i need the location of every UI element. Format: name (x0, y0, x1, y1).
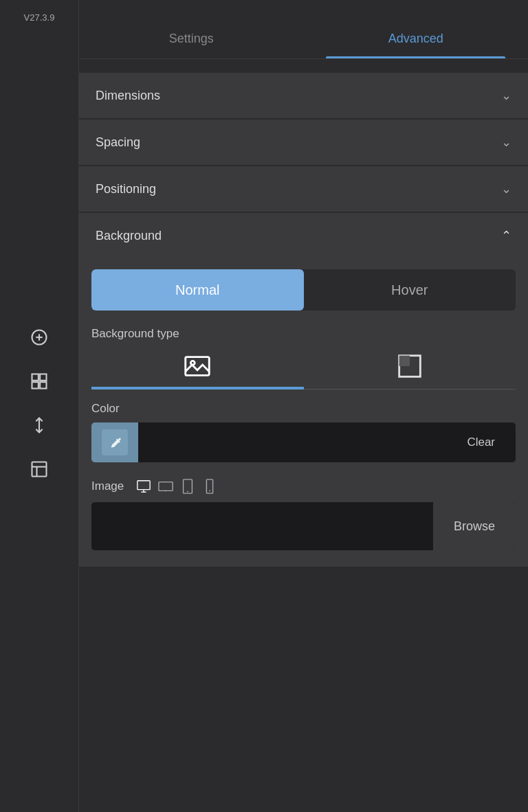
svg-rect-8 (32, 462, 47, 477)
desktop-icon[interactable] (136, 479, 151, 494)
browse-button[interactable]: Browse (433, 502, 516, 550)
layout-icon[interactable] (27, 369, 52, 394)
svg-rect-4 (40, 374, 46, 381)
device-icons (136, 479, 217, 494)
bg-type-label: Background type (91, 327, 516, 341)
background-chevron-icon: ⌃ (501, 228, 512, 243)
normal-hover-toggle: Normal Hover (91, 269, 516, 311)
spacing-section: Spacing ⌄ (79, 120, 528, 165)
frame-icon[interactable] (27, 457, 52, 482)
tab-bar: Settings Advanced (79, 0, 528, 59)
image-label: Image (91, 480, 124, 493)
background-label: Background (96, 229, 162, 243)
content-body: Dimensions ⌄ Spacing ⌄ Positioning ⌄ Bac… (79, 59, 528, 812)
color-label: Color (91, 402, 516, 416)
svg-rect-15 (138, 481, 150, 490)
bg-type-image-button[interactable] (91, 350, 304, 389)
browse-row: Browse (91, 502, 516, 550)
tab-advanced[interactable]: Advanced (304, 32, 529, 58)
svg-rect-18 (159, 482, 173, 491)
svg-rect-11 (186, 357, 210, 376)
add-icon[interactable] (27, 325, 52, 350)
bg-type-color-button[interactable] (304, 350, 516, 389)
image-row: Image (91, 479, 516, 494)
svg-point-21 (187, 490, 188, 492)
color-swatch-button[interactable] (91, 422, 138, 462)
svg-rect-6 (40, 382, 46, 388)
clear-color-button[interactable]: Clear (457, 430, 505, 455)
sidebar: V27.3.9 (0, 0, 79, 812)
tablet-portrait-icon[interactable] (180, 479, 195, 494)
hover-toggle-button[interactable]: Hover (304, 269, 516, 311)
spacing-label: Spacing (96, 135, 140, 150)
sort-icon[interactable] (27, 413, 52, 438)
tablet-landscape-icon[interactable] (158, 479, 173, 494)
version-label: V27.3.9 (24, 12, 55, 23)
dimensions-header[interactable]: Dimensions ⌄ (79, 73, 528, 118)
svg-point-12 (191, 361, 195, 365)
svg-point-23 (209, 490, 210, 492)
spacing-chevron-icon: ⌄ (501, 135, 512, 150)
background-header[interactable]: Background ⌃ (79, 213, 528, 258)
mobile-icon[interactable] (202, 479, 217, 494)
sidebar-icons (27, 325, 52, 482)
dimensions-label: Dimensions (96, 89, 160, 103)
svg-rect-5 (32, 382, 38, 388)
dimensions-section: Dimensions ⌄ (79, 73, 528, 118)
svg-rect-14 (399, 356, 409, 366)
positioning-section: Positioning ⌄ (79, 166, 528, 212)
color-swatch-inner (102, 429, 128, 455)
bg-type-divider (91, 389, 516, 390)
background-section: Background ⌃ Normal Hover Background typ… (79, 213, 528, 567)
positioning-label: Positioning (96, 182, 156, 196)
dimensions-chevron-icon: ⌄ (501, 88, 512, 103)
normal-toggle-button[interactable]: Normal (91, 269, 304, 311)
svg-point-19 (165, 490, 166, 492)
positioning-chevron-icon: ⌄ (501, 181, 512, 196)
color-row: Clear (91, 422, 516, 462)
positioning-header[interactable]: Positioning ⌄ (79, 166, 528, 212)
svg-rect-3 (32, 374, 38, 381)
color-value-area: Clear (138, 422, 516, 462)
tab-settings[interactable]: Settings (79, 32, 304, 58)
main-content: Settings Advanced Dimensions ⌄ Spacing ⌄… (79, 0, 528, 812)
bg-type-icons (91, 350, 516, 389)
background-body: Normal Hover Background type (79, 258, 528, 567)
active-underline (91, 387, 304, 390)
spacing-header[interactable]: Spacing ⌄ (79, 120, 528, 165)
